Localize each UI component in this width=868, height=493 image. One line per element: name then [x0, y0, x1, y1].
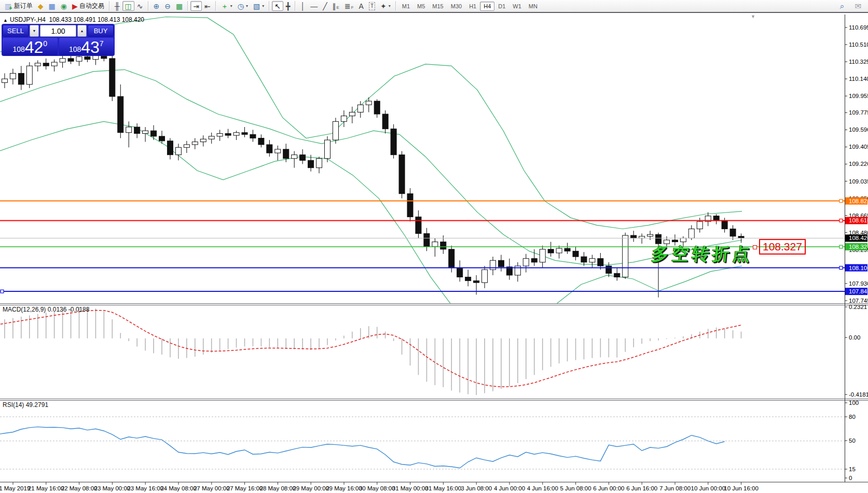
svg-text:110.695: 110.695	[849, 24, 868, 31]
buy-price-big: 43	[81, 39, 100, 55]
buy-price-prefix: 108	[69, 45, 81, 53]
sell-price-sup: 0	[43, 39, 47, 48]
chart-title: ▲USDJPY-,H4 108.433 108.491 108.413 108.…	[3, 16, 144, 23]
svg-text:29 May 00:00: 29 May 00:00	[293, 485, 329, 491]
svg-text:6 Jun 00:00: 6 Jun 00:00	[593, 485, 624, 491]
volume-increase-button[interactable]: ▲	[77, 25, 87, 37]
svg-text:3 Jun 08:00: 3 Jun 08:00	[461, 485, 492, 491]
svg-text:23 May 00:00: 23 May 00:00	[94, 485, 131, 491]
price-axis: 110.695110.510110.325110.140109.955109.7…	[845, 24, 868, 481]
price-label-callout[interactable]: 108.327	[759, 239, 806, 255]
svg-text:80: 80	[849, 414, 856, 420]
svg-text:22 May 08:00: 22 May 08:00	[61, 485, 98, 491]
sell-price-prefix: 108	[12, 45, 24, 53]
svg-text:107.930: 107.930	[849, 280, 868, 287]
chart-shift-marker-icon[interactable]: ▼	[751, 14, 755, 19]
sell-price-big: 42	[25, 39, 44, 55]
svg-text:0.00: 0.00	[849, 334, 860, 341]
callout-drag-handle[interactable]	[753, 245, 757, 249]
one-click-collapse-icon[interactable]: ▲	[3, 18, 8, 23]
volume-decrease-button[interactable]: ▼	[30, 25, 39, 37]
svg-text:50: 50	[849, 438, 856, 444]
sell-price-display[interactable]: 108420	[3, 38, 58, 55]
svg-text:110.140: 110.140	[849, 76, 868, 82]
svg-text:110.325: 110.325	[849, 59, 868, 65]
svg-text:0: 0	[849, 475, 852, 481]
svg-text:109.405: 109.405	[849, 144, 868, 150]
svg-text:10 Jun 00:00: 10 Jun 00:00	[691, 485, 726, 491]
mt4-window: ▥+新订单◆▦◉▶自动交易╫◫∿⊕⊖▦⇥⇤＋▾◷▾▧▾↖╋│—╱∥E≣FAT✦▾…	[0, 0, 868, 493]
svg-text:109.035: 109.035	[849, 178, 868, 185]
svg-text:107.845: 107.845	[849, 288, 868, 294]
line-handle	[839, 245, 843, 248]
svg-text:7 Jun 08:00: 7 Jun 08:00	[659, 485, 691, 491]
symbol-period-label: USDJPY-,H4	[10, 16, 46, 23]
sell-button[interactable]: SELL	[3, 25, 29, 37]
macd-header: MACD(12,26,9) 0.0136 -0.0188	[3, 306, 89, 313]
svg-text:0.2321: 0.2321	[849, 304, 867, 310]
svg-text:21 May 16:00: 21 May 16:00	[28, 485, 64, 491]
svg-text:109.220: 109.220	[849, 161, 868, 167]
svg-text:31 May 16:00: 31 May 16:00	[425, 485, 462, 491]
buy-price-display[interactable]: 108437	[59, 38, 114, 55]
svg-text:108.100: 108.100	[849, 265, 868, 271]
line-handle	[839, 219, 843, 222]
line-handle	[1, 290, 4, 293]
svg-text:108.822: 108.822	[849, 198, 868, 204]
svg-text:108.420: 108.420	[849, 235, 868, 241]
svg-text:107.745: 107.745	[849, 298, 868, 304]
svg-text:15: 15	[849, 466, 856, 472]
main-chart-panel	[0, 17, 845, 335]
svg-text:100: 100	[849, 400, 859, 406]
svg-text:30 May 08:00: 30 May 08:00	[359, 485, 395, 491]
chart-text-annotation[interactable]: 多空转折点	[651, 243, 754, 266]
svg-text:-0.4181: -0.4181	[849, 391, 868, 398]
svg-text:10 Jun 16:00: 10 Jun 16:00	[724, 485, 759, 491]
svg-text:23 May 16:00: 23 May 16:00	[127, 485, 163, 491]
svg-text:109.775: 109.775	[849, 109, 868, 116]
time-axis: 21 May 201921 May 16:0022 May 08:0023 Ma…	[0, 482, 759, 491]
buy-price-sup: 7	[100, 39, 104, 48]
svg-text:108.327: 108.327	[849, 244, 868, 250]
ohlc-values: 108.433 108.491 108.413 108.420	[49, 16, 145, 23]
svg-text:109.590: 109.590	[849, 126, 868, 133]
rsi-panel	[0, 417, 845, 469]
svg-text:109.955: 109.955	[849, 93, 868, 99]
svg-text:5 Jun 08:00: 5 Jun 08:00	[560, 485, 591, 491]
rsi-header: RSI(14) 49.2791	[3, 401, 48, 409]
svg-text:6 Jun 16:00: 6 Jun 16:00	[626, 485, 657, 491]
svg-text:27 May 16:00: 27 May 16:00	[227, 485, 263, 491]
line-handle	[839, 266, 843, 270]
svg-text:4 Jun 16:00: 4 Jun 16:00	[527, 485, 558, 491]
svg-text:27 May 00:00: 27 May 00:00	[194, 485, 230, 491]
svg-text:28 May 08:00: 28 May 08:00	[260, 485, 296, 491]
buy-button[interactable]: BUY	[88, 25, 114, 37]
line-handle	[839, 200, 843, 203]
svg-text:4 Jun 00:00: 4 Jun 00:00	[494, 485, 525, 491]
svg-text:31 May 00:00: 31 May 00:00	[392, 485, 429, 491]
one-click-trading-panel: SELL ▼ ▲ BUY 108420 108437	[2, 24, 115, 56]
svg-text:24 May 08:00: 24 May 08:00	[160, 485, 197, 491]
candlestick-series	[0, 50, 744, 298]
volume-input[interactable]	[40, 25, 76, 37]
macd-panel	[0, 307, 741, 395]
svg-text:29 May 16:00: 29 May 16:00	[326, 485, 362, 491]
svg-text:21 May 2019: 21 May 2019	[0, 485, 30, 491]
svg-text:110.510: 110.510	[849, 41, 868, 48]
svg-text:108.610: 108.610	[849, 217, 868, 223]
